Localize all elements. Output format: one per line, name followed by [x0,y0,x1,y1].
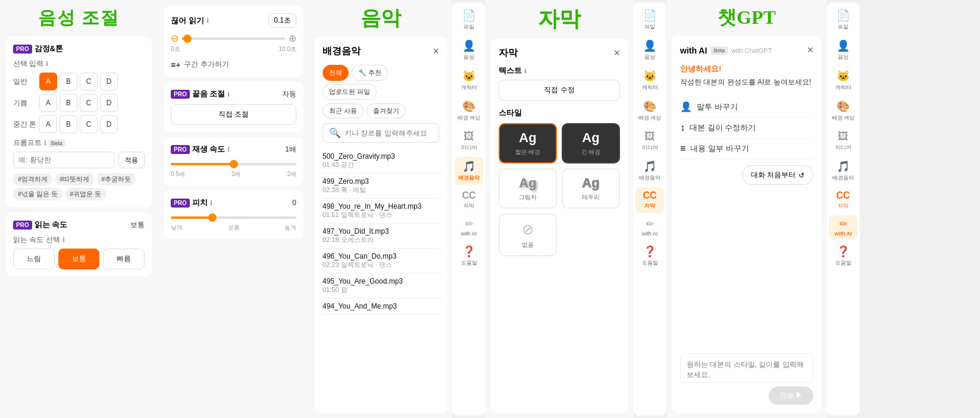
play-speed-label: 재생 속도 [192,144,226,155]
filter-favorite-btn[interactable]: 즐겨찾기 [367,103,406,118]
music-item[interactable]: 496_You_Can_Do.mp3 02:23 일렉트로닉 · 댄스 [323,249,439,274]
joy-btn-b[interactable]: B [60,94,77,112]
chatgpt-subtitle: with ChatGPT [731,47,772,54]
sub-sidebar-bg-color[interactable]: 🎨 배경 색상 [635,97,664,125]
mid-btn-c[interactable]: C [80,115,98,133]
filter-recent-btn[interactable]: 최근 사용 [323,103,364,118]
sidebar-media[interactable]: 🖼 미디어 [455,127,483,155]
chat-sidebar-file[interactable]: 📄 파일 [829,6,857,34]
sidebar-with-ai[interactable]: ✏ with AI [455,215,483,240]
sub-sidebar-help[interactable]: ❓ 도움말 [635,242,664,270]
chatgpt-close-btn[interactable]: × [807,44,813,56]
tag-1[interactable]: #엄격하게 [13,173,52,186]
sub-sidebar-music[interactable]: 🎵 배경음악 [635,157,664,185]
add-segment-btn[interactable]: ≡+ 구간 추가하기 [171,59,296,70]
chat-sidebar-help[interactable]: ❓ 도움말 [829,242,857,270]
pause-plus-icon[interactable]: ⊕ [289,33,296,44]
chat-bg-color-icon: 🎨 [837,100,850,113]
chatgpt-action-2[interactable]: ↕ 대본 길이 수정하기 [680,118,813,139]
chat-sidebar-subtitle[interactable]: CC 자막 [829,187,857,213]
filter-uploaded-btn[interactable]: 업로드된 파일 [323,84,377,100]
prompt-label: 프롬프트 [13,138,42,148]
style-shadow[interactable]: Ag 그림자 [499,168,557,209]
pause-min-label: 0초 [171,45,180,54]
pitch-slider[interactable] [171,213,296,222]
mid-btn-b[interactable]: B [60,115,77,133]
music-close-btn[interactable]: × [433,45,439,58]
play-speed-slider[interactable] [171,159,296,169]
chatgpt-action-1[interactable]: 👤 말투 바꾸기 [680,96,813,118]
tail-header: PRO 끝음 조절 ℹ 자동 [171,89,296,99]
music-item[interactable]: 495_You_Are_Good.mp3 01:50 팝 [323,274,439,298]
normal-btn-c[interactable]: C [80,73,98,90]
music-search-input[interactable] [345,129,434,137]
prompt-input[interactable] [13,152,115,168]
sub-sidebar-subtitle-active[interactable]: CC 자막 [635,187,664,213]
chat-sidebar-media[interactable]: 🖼 미디어 [829,127,857,155]
tag-5[interactable]: #귀엽운 듯 [65,188,106,200]
sidebar-bg-color[interactable]: 🎨 배경 색상 [455,97,483,125]
sub-help-icon: ❓ [643,245,656,258]
chat-send-btn[interactable]: 전송 ▶ [769,386,813,405]
style-long-bg[interactable]: Ag 긴 배경 [562,123,620,164]
chat-sidebar-music[interactable]: 🎵 배경음악 [829,157,857,185]
style-outline[interactable]: Ag 테두리 [562,168,620,209]
prompt-apply-button[interactable]: 적용 [118,152,145,168]
sidebar-music-active[interactable]: 🎵 배경음악 [455,157,483,185]
tag-4[interactable]: #넋을 잃은 듯 [13,188,62,200]
speed-slow-btn[interactable]: 느림 [13,249,55,269]
sidebar-subtitle[interactable]: CC 자막 [455,187,483,213]
sub-sidebar-media[interactable]: 🖼 미디어 [635,127,664,155]
subtitle-direct-edit-btn[interactable]: 직접 수정 [499,80,620,100]
tag-2[interactable]: #따뜻하게 [55,173,94,186]
tail-direct-btn[interactable]: 직접 조절 [171,104,296,125]
play-speed-max: 2배 [287,170,296,178]
chat-sidebar-voice[interactable]: 👤 음성 [829,36,857,64]
music-item[interactable]: 494_You_And_Me.mp3 [323,298,439,315]
speed-normal-btn[interactable]: 보통 [58,249,100,269]
style-none[interactable]: ⊘ 없음 [499,213,557,256]
sub-sidebar-with-ai[interactable]: ✏ with AI [635,215,664,240]
sidebar-character[interactable]: 🐱 캐릭터 [455,67,483,95]
tag-3[interactable]: #추궁하듯 [96,173,136,186]
pro-badge-tone: PRO [13,45,32,54]
filter-all-btn[interactable]: 전체 [323,65,349,81]
sidebar-file[interactable]: 📄 파일 [455,6,483,34]
sub-sidebar-file-label: 파일 [644,23,655,31]
subtitle-section: 자막 자막 × 텍스트 ℹ 직접 수정 스타일 Ag [486,0,633,418]
music-item[interactable]: 499_Zero.mp3 02:38 록 · 메탈 [323,174,439,199]
joy-btn-a[interactable]: A [39,94,57,112]
speed-select-label: 읽는 속도 선택 [13,235,60,245]
joy-btn-d[interactable]: D [100,94,118,112]
chat-sidebar-with-ai-active[interactable]: ✏ with AI [829,215,857,240]
sidebar-help[interactable]: ❓ 도움말 [455,242,483,270]
speed-fast-btn[interactable]: 빠름 [103,249,145,269]
pause-slider-track[interactable] [182,34,285,43]
music-item[interactable]: 498_You_re_In_My_Heart.mp3 01:51 일렉트로닉 ·… [323,199,439,224]
chat-sidebar-bg-color[interactable]: 🎨 배경 색상 [829,97,857,125]
music-item[interactable]: 497_You_Did_It.mp3 02:18 오케스트라 [323,224,439,249]
mid-btn-a[interactable]: A [39,115,57,133]
chat-reset-btn[interactable]: 대화 처음부터 ↺ [742,165,813,185]
joy-btn-c[interactable]: C [80,94,98,112]
pause-header: 끊어 읽기 ℹ 0.1초 [171,13,296,28]
subtitle-close-btn[interactable]: × [613,47,620,59]
sub-sidebar-voice[interactable]: 👤 음성 [635,36,664,64]
style-short-bg[interactable]: Ag 짧은 배경 [499,123,557,164]
normal-btn-d[interactable]: D [100,73,118,90]
normal-btn-b[interactable]: B [60,73,77,90]
mid-btn-d[interactable]: D [100,115,118,133]
sub-sidebar-file[interactable]: 📄 파일 [635,6,664,34]
pause-minus-icon[interactable]: ⊖ [171,33,179,44]
chat-textarea[interactable] [680,353,813,383]
normal-btn-a[interactable]: A [39,73,57,90]
pause-value[interactable]: 0.1초 [268,13,296,28]
chatgpt-action-3[interactable]: ≡ 내용 일부 바꾸기 [680,139,813,159]
chat-sidebar-character[interactable]: 🐱 캐릭터 [829,67,857,95]
sub-sidebar-character[interactable]: 🐱 캐릭터 [635,67,664,95]
music-item[interactable]: 500_Zero_Gravity.mp3 01:43 공간 [323,149,439,174]
mid-tone-label: 중간 톤 [13,120,37,130]
sidebar-voice[interactable]: 👤 음성 [455,36,483,64]
filter-recommend-btn[interactable]: 🔧 추천 [352,65,388,81]
pro-badge-pitch: PRO [171,199,190,208]
